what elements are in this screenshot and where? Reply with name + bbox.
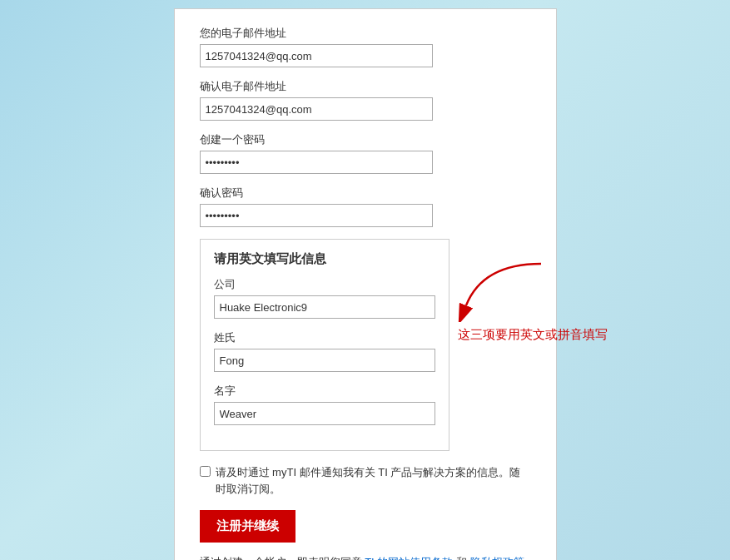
terms-link-privacy[interactable]: 隐私权政策: [470, 556, 524, 560]
confirm-password-input[interactable]: [200, 204, 433, 227]
terms-text: 通过创建一个帐户，即表明您同意 TI 的网站使用条款 和 隐私权政策 。: [200, 554, 531, 560]
english-section-title: 请用英文填写此信息: [214, 251, 435, 267]
password-input[interactable]: [200, 151, 433, 174]
company-input[interactable]: [214, 295, 435, 319]
terms-link-usage[interactable]: TI 的网站使用条款: [365, 556, 453, 560]
company-label: 公司: [214, 277, 435, 292]
firstname-label: 名字: [214, 384, 435, 399]
email-input[interactable]: [200, 44, 433, 67]
terms-before: 通过创建一个帐户，即表明您同意: [200, 556, 362, 560]
email-label: 您的电子邮件地址: [200, 26, 531, 41]
lastname-group: 姓氏: [214, 330, 435, 372]
english-annotation-wrapper: 请用英文填写此信息 公司 姓氏 名字: [200, 239, 531, 464]
annotation-area: 这三项要用英文或拼音填写: [458, 255, 624, 343]
confirm-email-label: 确认电子邮件地址: [200, 79, 531, 94]
firstname-group: 名字: [214, 384, 435, 425]
english-section: 请用英文填写此信息 公司 姓氏 名字: [200, 239, 449, 451]
email-group: 您的电子邮件地址: [200, 26, 531, 67]
annotation-text: 这三项要用英文或拼音填写: [458, 327, 608, 341]
newsletter-checkbox[interactable]: [200, 466, 211, 477]
password-label: 创建一个密码: [200, 132, 531, 147]
arrow-icon: [458, 255, 558, 322]
confirm-email-group: 确认电子邮件地址: [200, 79, 531, 121]
terms-middle: 和: [456, 556, 467, 560]
newsletter-checkbox-row: 请及时通过 myTI 邮件通知我有关 TI 产品与解决方案的信息。随时取消订阅。: [200, 464, 531, 497]
newsletter-label[interactable]: 请及时通过 myTI 邮件通知我有关 TI 产品与解决方案的信息。随时取消订阅。: [216, 464, 531, 497]
form-container: 您的电子邮件地址 确认电子邮件地址 创建一个密码 确认密码 请用英文填写此信息 …: [174, 8, 557, 560]
page-wrapper: 您的电子邮件地址 确认电子邮件地址 创建一个密码 确认密码 请用英文填写此信息 …: [0, 0, 730, 560]
firstname-input[interactable]: [214, 402, 435, 425]
confirm-password-group: 确认密码: [200, 186, 531, 227]
submit-button[interactable]: 注册并继续: [200, 510, 295, 543]
lastname-label: 姓氏: [214, 330, 435, 345]
lastname-input[interactable]: [214, 349, 435, 372]
company-group: 公司: [214, 277, 435, 319]
confirm-password-label: 确认密码: [200, 186, 531, 201]
confirm-email-input[interactable]: [200, 97, 433, 121]
password-group: 创建一个密码: [200, 132, 531, 174]
